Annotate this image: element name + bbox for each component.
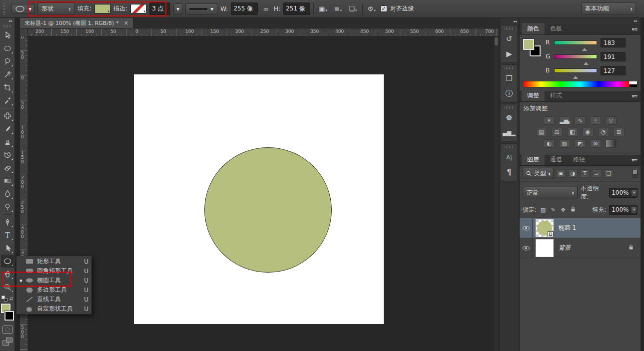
tab-channels[interactable]: 通道 <box>545 154 568 165</box>
path-selection-tool[interactable] <box>1 242 14 255</box>
filter-shape-layers-icon[interactable]: ▱ <box>592 169 602 178</box>
gradient-map-adjustment-icon[interactable]: ▥ <box>606 139 617 148</box>
panel-menu-icon[interactable]: ▾≡ <box>632 26 638 32</box>
paragraph-panel-icon[interactable]: ¶ <box>502 165 517 180</box>
info-panel-icon[interactable]: ⓘ <box>502 86 517 101</box>
blur-tool[interactable] <box>1 187 14 200</box>
tab-styles[interactable]: 样式 <box>545 90 568 101</box>
brush-tool[interactable] <box>1 122 14 135</box>
ellipse-tool[interactable] <box>1 255 14 268</box>
gear-icon[interactable]: ⚙▾ <box>366 4 378 13</box>
canvas[interactable] <box>134 74 384 324</box>
swap-colors-icon[interactable]: ⇄ <box>9 296 13 301</box>
brightness-contrast-adjustment-icon[interactable]: ☀ <box>544 116 555 125</box>
eraser-tool[interactable] <box>1 161 14 174</box>
channel-mixer-adjustment-icon[interactable]: ◔ <box>598 128 609 136</box>
gradient-tool[interactable] <box>1 174 14 187</box>
panel-menu-icon[interactable]: ▾≡ <box>632 157 638 163</box>
lock-paint-icon[interactable]: ✎ <box>550 207 557 213</box>
tab-color[interactable]: 颜色 <box>522 23 545 34</box>
tab-paths[interactable]: 路径 <box>568 154 591 165</box>
blue-channel-slider[interactable] <box>554 68 597 73</box>
spot-healing-brush-tool[interactable] <box>1 109 14 122</box>
color-lookup-adjustment-icon[interactable]: ⊞ <box>614 128 625 136</box>
threshold-adjustment-icon[interactable]: ◩ <box>575 139 586 148</box>
slider-thumb[interactable] <box>584 59 589 65</box>
filter-adjustment-layers-icon[interactable]: ◑ <box>568 169 578 178</box>
opacity-field[interactable]: 100%▾ <box>609 188 638 198</box>
layer-row-background[interactable]: 背景 <box>520 238 641 258</box>
tool-preset-picker[interactable]: ▾ <box>11 4 34 14</box>
move-tool[interactable] <box>1 29 14 42</box>
green-channel-field[interactable]: 191 <box>601 52 626 61</box>
path-arrangement-button[interactable]: ❏▾ <box>347 4 359 13</box>
invert-adjustment-icon[interactable]: ◐ <box>544 139 555 148</box>
tab-swatches[interactable]: 色板 <box>545 23 568 34</box>
character-panel-icon[interactable]: A| <box>502 150 517 165</box>
posterize-adjustment-icon[interactable]: ▨ <box>559 139 570 148</box>
shape-width-field[interactable]: 255 像 <box>231 2 258 15</box>
filter-smart-objects-icon[interactable]: ❏ <box>604 169 614 178</box>
zoom-tool[interactable] <box>1 281 14 294</box>
white-black-swatches[interactable] <box>629 81 637 87</box>
blue-channel-field[interactable]: 127 <box>601 66 626 75</box>
panel-menu-icon[interactable]: ▾≡ <box>632 93 638 99</box>
properties-panel-icon[interactable]: ❐ <box>502 71 517 86</box>
magic-wand-tool[interactable] <box>1 68 14 81</box>
layer-filtering-toggle[interactable] <box>633 170 638 178</box>
dock-grip[interactable] <box>505 27 514 30</box>
visibility-toggle[interactable] <box>520 218 533 238</box>
menu-item-custom-shape-tool[interactable]: 自定形状工具 U <box>16 304 91 314</box>
actions-panel-icon[interactable]: ▶ <box>502 46 517 61</box>
path-operations-button[interactable]: ▣▾ <box>317 4 329 13</box>
elliptical-marquee-tool[interactable] <box>1 42 14 55</box>
dock-grip[interactable] <box>505 146 514 148</box>
slider-thumb[interactable] <box>573 73 578 79</box>
crop-tool[interactable] <box>1 81 14 94</box>
toolbar-collapse-icon[interactable]: ▸▸ <box>7 18 14 24</box>
lock-position-icon[interactable]: ✥ <box>560 207 567 213</box>
type-tool[interactable]: T <box>1 229 14 242</box>
dock-grip[interactable] <box>505 67 514 69</box>
close-icon[interactable]: × <box>123 19 128 26</box>
history-panel-icon[interactable]: ↺ <box>502 31 517 46</box>
horizontal-ruler[interactable]: 2001501005005010015020025030035040045050… <box>28 28 499 36</box>
link-dimensions-icon[interactable]: ∞ <box>261 4 271 14</box>
history-brush-tool[interactable] <box>1 148 14 161</box>
toolbar-grip[interactable] <box>3 25 12 27</box>
menu-item-ellipse-tool[interactable]: ▪ 椭圆工具 U <box>16 276 91 285</box>
navigator-panel-icon[interactable]: ☸ <box>502 110 517 125</box>
red-channel-field[interactable]: 183 <box>601 38 626 47</box>
foreground-color-swatch[interactable] <box>523 39 534 50</box>
photo-filter-adjustment-icon[interactable]: ◉ <box>583 128 594 136</box>
hue-saturation-adjustment-icon[interactable]: ▤ <box>536 128 547 136</box>
shape-height-field[interactable]: 251 像 <box>283 2 310 15</box>
quick-mask-button[interactable] <box>2 326 12 334</box>
layer-name[interactable]: 椭圆 1 <box>559 224 576 232</box>
tool-mode-dropdown[interactable]: 形状 ▴▾ <box>37 2 74 15</box>
lock-transparency-icon[interactable]: ▨ <box>540 207 547 213</box>
ellipse-shape-layer[interactable] <box>204 147 332 273</box>
color-spectrum-ramp[interactable] <box>523 81 638 87</box>
slider-thumb[interactable] <box>582 45 587 51</box>
filter-pixel-layers-icon[interactable]: ▣ <box>556 169 566 178</box>
layer-row-ellipse-1[interactable]: 椭圆 1 <box>520 218 641 238</box>
filter-kind-dropdown[interactable]: 类型 ▴▾ <box>523 168 554 179</box>
lock-all-icon[interactable] <box>570 206 577 214</box>
menu-item-rounded-rectangle-tool[interactable]: 圆角矩形工具 U <box>16 266 91 276</box>
stroke-width-dropdown[interactable]: ▾ <box>173 3 182 14</box>
dodge-tool[interactable] <box>1 200 14 213</box>
filter-type-layers-icon[interactable]: T <box>580 169 590 178</box>
lasso-tool[interactable] <box>1 55 14 68</box>
selective-color-adjustment-icon[interactable]: ⊠ <box>590 139 601 148</box>
vibrance-adjustment-icon[interactable]: ▽ <box>606 116 617 125</box>
default-colors-icon[interactable] <box>1 296 7 302</box>
hand-tool[interactable] <box>1 268 14 281</box>
clone-stamp-tool[interactable] <box>1 135 14 148</box>
scrollbar-thumb[interactable] <box>495 37 498 45</box>
fill-field[interactable]: 100%▾ <box>609 205 638 215</box>
stroke-swatch-button[interactable]: ▾ <box>130 4 146 13</box>
menu-item-rectangle-tool[interactable]: 矩形工具 U <box>16 257 91 266</box>
blend-mode-dropdown[interactable]: 正常 ▴▾ <box>523 187 578 199</box>
menu-item-line-tool[interactable]: 直线工具 U <box>16 295 91 304</box>
